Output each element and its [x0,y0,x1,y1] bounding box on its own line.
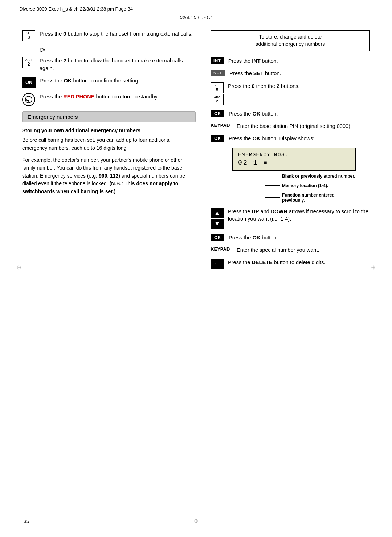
right-instr-set: SET Press the SET button. [211,70,370,77]
button-ok-right1: OK [211,110,224,117]
instr-text-delete: Press the DELETE button to delete digits… [228,259,325,266]
keypad-label1: KEYPAD [211,122,232,128]
right-instr-ok1: OK Press the OK button. [211,110,370,117]
instr-text-keypad1: Enter the base station PIN (original set… [237,122,352,130]
instr-text-set: Press the SET button. [230,70,281,77]
instr-row-ok: OK Press the OK button to confirm the se… [22,77,196,88]
button-ok: OK [22,77,36,88]
header-title: Diverse 3000 Exec h_s & ch 22/3/01 2:38 … [19,6,133,12]
instr-row-redphone: Press the RED PHONE button to return to … [22,93,196,106]
display-screen: EMERGENCY NOS. 02 1 ≡ [232,148,356,171]
right-instr-keypad2: KEYPAD Enter the special number you want… [211,246,370,254]
keypad-label2: KEYPAD [211,246,232,252]
instr-text-redphone: Press the RED PHONE button to return to … [40,93,159,100]
store-change-delete-box: To store, change and deleteadditional em… [211,30,370,51]
right-instr-ok2: OK Press the OK button. Display shows: [211,135,370,142]
instr-text-ok2: Press the OK button. Display shows: [229,135,314,142]
instr-text-keypad2: Enter the special number you want. [237,246,319,254]
instr-row-or: Or [40,46,196,53]
content-area: U.. 0 Press the 0 button to stop the han… [15,19,377,281]
instr-row-0: U.. 0 Press the 0 button to stop the han… [22,30,196,41]
button-set: SET [211,70,225,76]
callout-blank: Blank or previously stored number. [282,174,355,179]
emergency-numbers-header: Emergency numbers [22,111,196,122]
instr-row-2: ABC 2 Press the 2 button to allow the ha… [22,57,196,72]
delete-button: ← [211,259,224,269]
display-line1: EMERGENCY NOS. [238,152,350,158]
or-label: Or [40,46,45,53]
button-ok-right3: OK [211,234,224,241]
right-instr-arrows: ▲ ▼ Press the UP and DOWN arrows if nece… [211,208,370,229]
up-arrow-button: ▲ [211,208,224,218]
button-int: INT [211,57,224,64]
storing-title: Storing your own additional emergency nu… [22,128,196,133]
instr-text-ok1: Press the OK button. [229,110,278,117]
header-subtitle: $% & ' ($ )+ , - ( .* [15,15,377,19]
right-instr-int: INT Press the INT button. [211,57,370,65]
instr-text-ok: Press the OK button to confirm the setti… [40,77,140,84]
display-line2: 02 1 ≡ [238,159,350,166]
page-header: Diverse 3000 Exec h_s & ch 22/3/01 2:38 … [15,4,377,14]
button-0-2-stack: U.. 0 ABC 2 [211,82,224,105]
page-border: Diverse 3000 Exec h_s & ch 22/3/01 2:38 … [15,4,377,530]
instr-text-2: Press the 2 button to allow the handset … [40,57,196,72]
instr-text-arrows: Press the UP and DOWN arrows if necessar… [228,208,370,223]
callout-area: Blank or previously stored number. Memor… [232,174,356,203]
right-instr-delete: ← Press the DELETE button to delete digi… [211,259,370,269]
arrow-pair: ▲ ▼ [211,208,224,229]
instr-text-0: Press the 0 button to stop the handset f… [40,30,193,37]
para1: Before call barring has been set, you ca… [22,136,196,152]
right-instr-0-2: U.. 0 ABC 2 Press the 0 then the 2 butto… [211,82,370,105]
instr-text-0-2: Press the 0 then the 2 buttons. [228,82,300,90]
callout-memory: Memory location (1-4). [282,183,328,188]
bold-redphone: RED PHONE [63,94,94,100]
button-2: ABC 2 [22,57,35,68]
red-phone-icon [22,93,35,106]
para2: For example, the doctor's number, your p… [22,156,196,195]
down-arrow-button: ▼ [211,219,224,229]
bottom-crosshair: ⊕ [194,517,199,524]
bold-2: 2 [63,58,66,64]
right-instr-ok3: OK Press the OK button. [211,234,370,241]
instr-text-int: Press the INT button. [228,57,278,65]
instr-text-ok3: Press the OK button. [229,234,278,241]
bold-ok: OK [64,78,72,84]
button-0-right: U.. 0 [211,82,224,93]
right-crosshair: ⊕ [371,264,376,271]
page-number: 35 [24,518,29,524]
bold-0: 0 [63,31,66,37]
right-column: To store, change and deleteadditional em… [203,30,370,274]
callout-function: Function number entered previously. [282,193,356,203]
button-2-right: ABC 2 [211,94,224,105]
left-crosshair: ⊕ [16,264,21,271]
left-column: U.. 0 Press the 0 button to stop the han… [22,30,203,274]
right-instr-keypad1: KEYPAD Enter the base station PIN (origi… [211,122,370,130]
emergency-section: Emergency numbers Storing your own addit… [22,111,196,196]
button-0: U.. 0 [22,30,35,41]
button-ok-right2: OK [211,135,224,142]
